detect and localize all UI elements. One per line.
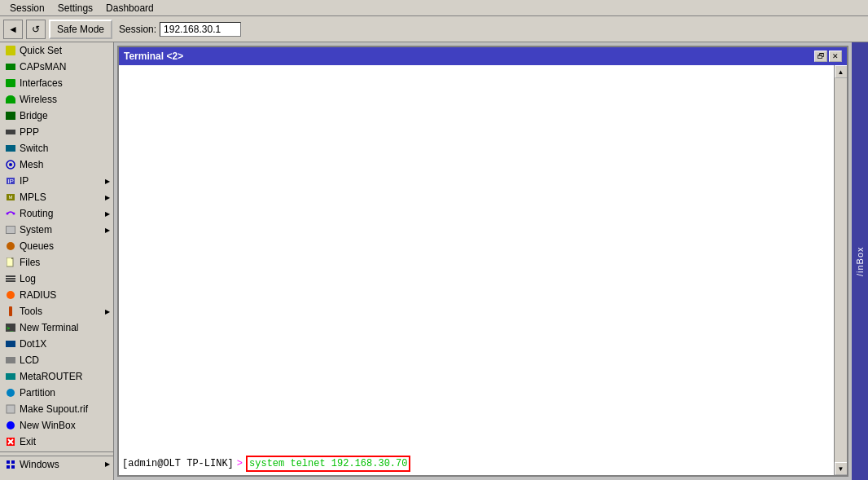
sidebar-item-switch[interactable]: Switch bbox=[0, 140, 113, 156]
sidebar-item-tools[interactable]: Tools ▶ bbox=[0, 303, 113, 319]
sidebar-label-switch: Switch bbox=[20, 143, 48, 154]
system-icon bbox=[5, 224, 16, 236]
sidebar-item-files[interactable]: Files bbox=[0, 254, 113, 271]
sidebar-item-dot1x[interactable]: Dot1X bbox=[0, 336, 113, 352]
back-button[interactable]: ◄ bbox=[3, 20, 23, 39]
content-area: Terminal <2> 🗗 ✕ [admin@OLT TP-LINK] > s… bbox=[114, 42, 852, 480]
svg-rect-22 bbox=[7, 465, 10, 469]
lcd-icon bbox=[5, 354, 16, 366]
tools-icon bbox=[5, 306, 16, 317]
scroll-up-button[interactable]: ▲ bbox=[835, 65, 848, 78]
sidebar-item-mesh[interactable]: Mesh bbox=[0, 156, 113, 173]
svg-rect-11 bbox=[9, 306, 12, 316]
ip-arrow: ▶ bbox=[105, 178, 110, 185]
sidebar-item-metarouter[interactable]: MetaROUTER bbox=[0, 368, 113, 385]
sidebar-item-exit[interactable]: Exit bbox=[0, 434, 113, 450]
svg-rect-7 bbox=[6, 275, 15, 277]
sidebar-item-mpls[interactable]: M MPLS ▶ bbox=[0, 189, 113, 205]
system-arrow: ▶ bbox=[105, 227, 110, 234]
sidebar-label-bridge: Bridge bbox=[20, 110, 48, 121]
metarouter-icon bbox=[5, 371, 16, 382]
terminal-command[interactable]: system telnet 192.168.30.70 bbox=[246, 456, 410, 472]
terminal-content: [admin@OLT TP-LINK] > system telnet 192.… bbox=[119, 65, 847, 475]
terminal-scrollbar: ▲ ▼ bbox=[834, 65, 847, 475]
safe-mode-button[interactable]: Safe Mode bbox=[49, 20, 112, 39]
sidebar-item-radius[interactable]: RADIUS bbox=[0, 287, 113, 303]
mpls-icon: M bbox=[5, 192, 16, 203]
interfaces-icon bbox=[5, 77, 16, 89]
scroll-down-button[interactable]: ▼ bbox=[835, 462, 848, 475]
partition-icon bbox=[5, 387, 16, 399]
sidebar-label-makesupout: Make Supout.rif bbox=[20, 403, 88, 415]
sidebar-item-queues[interactable]: Queues bbox=[0, 238, 113, 254]
svg-rect-15 bbox=[7, 405, 15, 413]
terminal-close-button[interactable]: ✕ bbox=[829, 51, 842, 62]
terminal-titlebar: Terminal <2> 🗗 ✕ bbox=[119, 47, 847, 65]
sidebar-item-makesupout[interactable]: Make Supout.rif bbox=[0, 401, 113, 417]
sidebar-label-tools: Tools bbox=[20, 306, 42, 317]
newwinbox-icon bbox=[5, 420, 16, 431]
ip-icon: IP bbox=[5, 175, 16, 187]
svg-point-1 bbox=[9, 163, 12, 166]
sidebar-item-capsman[interactable]: CAPsMAN bbox=[0, 59, 113, 75]
sidebar-item-bridge[interactable]: Bridge bbox=[0, 108, 113, 124]
svg-point-14 bbox=[7, 389, 15, 397]
svg-point-2 bbox=[7, 213, 9, 215]
terminal-controls: 🗗 ✕ bbox=[814, 51, 842, 62]
quickset-icon bbox=[5, 45, 16, 56]
svg-point-16 bbox=[7, 421, 15, 429]
sidebar-item-partition[interactable]: Partition bbox=[0, 385, 113, 401]
sidebar-label-system: System bbox=[20, 224, 52, 236]
newterminal-icon: >_ bbox=[5, 322, 16, 333]
sidebar-label-dot1x: Dot1X bbox=[20, 338, 46, 350]
sidebar-item-ppp[interactable]: PPP bbox=[0, 124, 113, 140]
terminal-body: [admin@OLT TP-LINK] > system telnet 192.… bbox=[119, 65, 847, 475]
sidebar-label-routing: Routing bbox=[20, 208, 53, 219]
sidebar-item-ip[interactable]: IP IP ▶ bbox=[0, 173, 113, 189]
terminal-window: Terminal <2> 🗗 ✕ [admin@OLT TP-LINK] > s… bbox=[117, 46, 848, 477]
toolbar: ◄ ↺ Safe Mode Session: 192.168.30.1 bbox=[0, 16, 868, 42]
menu-settings[interactable]: Settings bbox=[51, 1, 99, 15]
svg-rect-9 bbox=[6, 280, 15, 282]
terminal-restore-button[interactable]: 🗗 bbox=[814, 51, 827, 62]
sidebar-item-wireless[interactable]: Wireless bbox=[0, 91, 113, 108]
sidebar-item-quickset[interactable]: Quick Set bbox=[0, 42, 113, 59]
svg-rect-8 bbox=[6, 278, 15, 280]
sidebar-item-newterminal[interactable]: >_ New Terminal bbox=[0, 319, 113, 336]
sidebar-item-newwinbox[interactable]: New WinBox bbox=[0, 417, 113, 434]
routing-icon bbox=[5, 208, 16, 219]
menu-session[interactable]: Session bbox=[3, 1, 51, 15]
svg-point-3 bbox=[13, 213, 15, 215]
sidebar-label-radius: RADIUS bbox=[20, 289, 56, 301]
sidebar-label-lcd: LCD bbox=[20, 354, 39, 366]
windows-arrow: ▶ bbox=[105, 460, 110, 468]
scrollbar-track[interactable] bbox=[835, 78, 847, 462]
log-icon bbox=[5, 273, 16, 284]
sidebar-label-files: Files bbox=[20, 257, 40, 268]
refresh-button[interactable]: ↺ bbox=[26, 20, 46, 39]
switch-icon bbox=[5, 143, 16, 154]
sidebar-label-wireless: Wireless bbox=[20, 94, 57, 105]
menu-dashboard[interactable]: Dashboard bbox=[99, 1, 160, 15]
sidebar-label-newterminal: New Terminal bbox=[20, 322, 78, 333]
sidebar-item-interfaces[interactable]: Interfaces bbox=[0, 75, 113, 91]
sidebar-item-system[interactable]: System ▶ bbox=[0, 222, 113, 238]
capsman-icon bbox=[5, 61, 16, 73]
svg-rect-21 bbox=[11, 460, 15, 464]
sidebar-label-quickset: Quick Set bbox=[20, 45, 62, 56]
sidebar-label-windows: Windows bbox=[20, 459, 59, 470]
sidebar-label-interfaces: Interfaces bbox=[20, 77, 63, 89]
sidebar-label-mesh: Mesh bbox=[20, 159, 43, 170]
sidebar-label-exit: Exit bbox=[20, 436, 36, 447]
ppp-icon bbox=[5, 126, 16, 138]
terminal-title: Terminal <2> bbox=[124, 51, 183, 62]
sidebar-item-lcd[interactable]: LCD bbox=[0, 352, 113, 368]
winbox-label: /inBox bbox=[855, 246, 865, 276]
sidebar-item-routing[interactable]: Routing ▶ bbox=[0, 205, 113, 222]
sidebar-item-windows[interactable]: Windows ▶ bbox=[0, 456, 113, 472]
dot1x-icon bbox=[5, 338, 16, 350]
sidebar-item-log[interactable]: Log bbox=[0, 271, 113, 287]
mpls-arrow: ▶ bbox=[105, 194, 110, 201]
svg-text:>_: >_ bbox=[7, 325, 14, 332]
wireless-icon bbox=[5, 94, 16, 105]
